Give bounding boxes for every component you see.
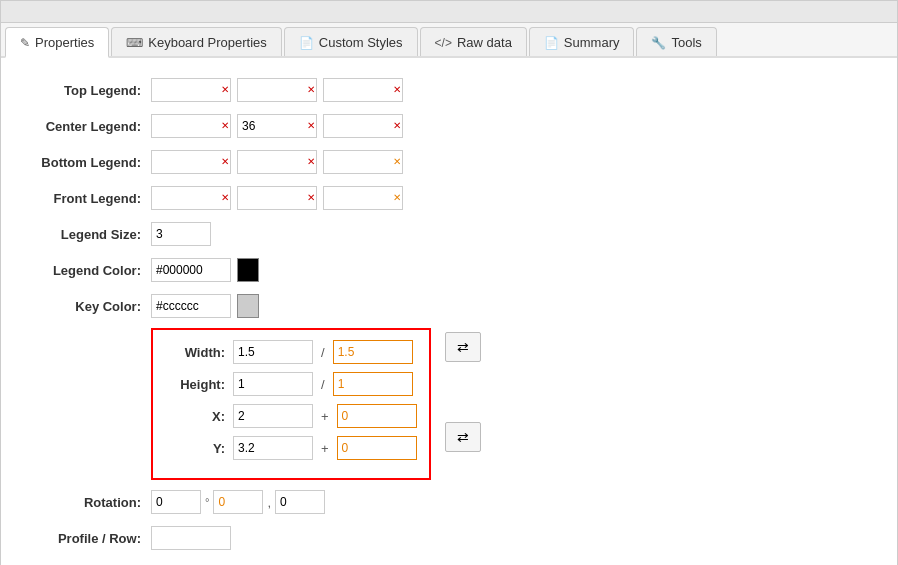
center-legend-x-2[interactable]: ✕ <box>307 121 315 131</box>
front-legend-label: Front Legend: <box>21 191 151 206</box>
legend-size-input[interactable] <box>151 222 211 246</box>
tab-custom-styles-label: Custom Styles <box>319 35 403 50</box>
tab-tools[interactable]: 🔧 Tools <box>636 27 716 56</box>
key-color-swatch[interactable] <box>237 294 259 318</box>
bottom-legend-x-2[interactable]: ✕ <box>307 157 315 167</box>
shuffle-button-2[interactable]: ⇄ <box>445 422 481 452</box>
legend-color-swatch[interactable] <box>237 258 259 282</box>
front-legend-cell-1: ✕ <box>151 186 231 210</box>
front-legend-group: ✕ ✕ ✕ <box>151 186 403 210</box>
front-legend-input-3[interactable] <box>323 186 403 210</box>
x-input-2[interactable] <box>337 404 417 428</box>
center-legend-cell-2: ✕ <box>237 114 317 138</box>
summary-icon: 📄 <box>544 36 559 50</box>
center-legend-input-2[interactable] <box>237 114 317 138</box>
top-legend-row: Top Legend: ✕ ✕ ✕ <box>21 76 877 104</box>
center-legend-group: ✕ ✕ ✕ <box>151 114 403 138</box>
tab-custom-styles[interactable]: 📄 Custom Styles <box>284 27 418 56</box>
titlebar <box>1 1 897 23</box>
y-input-2[interactable] <box>337 436 417 460</box>
front-legend-input-1[interactable] <box>151 186 231 210</box>
legend-color-group <box>151 258 259 282</box>
profile-row: Profile / Row: <box>21 524 877 552</box>
tab-raw-data-label: Raw data <box>457 35 512 50</box>
center-legend-input-3[interactable] <box>323 114 403 138</box>
top-legend-x-3[interactable]: ✕ <box>393 85 401 95</box>
bottom-legend-label: Bottom Legend: <box>21 155 151 170</box>
tab-bar: ✎ Properties ⌨ Keyboard Properties 📄 Cus… <box>1 23 897 58</box>
x-row: X: + <box>165 404 417 428</box>
rotation-row: Rotation: ° , <box>21 488 877 516</box>
top-legend-cell-2: ✕ <box>237 78 317 102</box>
top-legend-cell-3: ✕ <box>323 78 403 102</box>
y-plus: + <box>321 441 329 456</box>
x-label: X: <box>165 409 225 424</box>
tab-summary-label: Summary <box>564 35 620 50</box>
height-row: Height: / <box>165 372 417 396</box>
bottom-legend-x-3[interactable]: ✕ <box>393 157 401 167</box>
properties-icon: ✎ <box>20 36 30 50</box>
rotation-input-2[interactable] <box>213 490 263 514</box>
width-separator: / <box>321 345 325 360</box>
tools-icon: 🔧 <box>651 36 666 50</box>
height-separator: / <box>321 377 325 392</box>
bottom-legend-cell-3: ✕ <box>323 150 403 174</box>
width-input-1[interactable] <box>233 340 313 364</box>
legend-color-input[interactable] <box>151 258 231 282</box>
dimensions-box: Width: / Height: / <box>151 328 431 480</box>
bottom-legend-x-1[interactable]: ✕ <box>221 157 229 167</box>
x-input-1[interactable] <box>233 404 313 428</box>
width-row: Width: / <box>165 340 417 364</box>
bottom-legend-group: ✕ ✕ ✕ <box>151 150 403 174</box>
height-input-1[interactable] <box>233 372 313 396</box>
legend-color-label: Legend Color: <box>21 263 151 278</box>
key-color-input[interactable] <box>151 294 231 318</box>
shuffle-button-1[interactable]: ⇄ <box>445 332 481 362</box>
center-legend-cell-1: ✕ <box>151 114 231 138</box>
bottom-legend-input-2[interactable] <box>237 150 317 174</box>
profile-row-input[interactable] <box>151 526 231 550</box>
height-label: Height: <box>165 377 225 392</box>
top-legend-input-2[interactable] <box>237 78 317 102</box>
top-legend-input-1[interactable] <box>151 78 231 102</box>
tab-tools-label: Tools <box>671 35 701 50</box>
bottom-legend-input-3[interactable] <box>323 150 403 174</box>
top-legend-group: ✕ ✕ ✕ <box>151 78 403 102</box>
front-legend-x-1[interactable]: ✕ <box>221 193 229 203</box>
bottom-legend-row: Bottom Legend: ✕ ✕ ✕ <box>21 148 877 176</box>
tab-keyboard-properties[interactable]: ⌨ Keyboard Properties <box>111 27 282 56</box>
rotation-group: ° , <box>151 490 325 514</box>
top-legend-x-1[interactable]: ✕ <box>221 85 229 95</box>
front-legend-cell-2: ✕ <box>237 186 317 210</box>
height-input-2[interactable] <box>333 372 413 396</box>
front-legend-input-2[interactable] <box>237 186 317 210</box>
y-input-1[interactable] <box>233 436 313 460</box>
center-legend-row: Center Legend: ✕ ✕ ✕ <box>21 112 877 140</box>
key-color-row: Key Color: <box>21 292 877 320</box>
front-legend-x-2[interactable]: ✕ <box>307 193 315 203</box>
top-legend-x-2[interactable]: ✕ <box>307 85 315 95</box>
rotation-comma: , <box>267 495 271 510</box>
center-legend-x-3[interactable]: ✕ <box>393 121 401 131</box>
center-legend-input-1[interactable] <box>151 114 231 138</box>
tab-summary[interactable]: 📄 Summary <box>529 27 635 56</box>
bottom-legend-input-1[interactable] <box>151 150 231 174</box>
rotation-label: Rotation: <box>21 495 151 510</box>
front-legend-x-3[interactable]: ✕ <box>393 193 401 203</box>
rotation-input-1[interactable] <box>151 490 201 514</box>
key-color-label: Key Color: <box>21 299 151 314</box>
tab-properties[interactable]: ✎ Properties <box>5 27 109 58</box>
front-legend-row: Front Legend: ✕ ✕ ✕ <box>21 184 877 212</box>
center-legend-x-1[interactable]: ✕ <box>221 121 229 131</box>
key-color-group <box>151 294 259 318</box>
tab-properties-label: Properties <box>35 35 94 50</box>
front-legend-cell-3: ✕ <box>323 186 403 210</box>
top-legend-input-3[interactable] <box>323 78 403 102</box>
rotation-input-3[interactable] <box>275 490 325 514</box>
center-legend-cell-3: ✕ <box>323 114 403 138</box>
content-area: Top Legend: ✕ ✕ ✕ <box>1 58 897 565</box>
tab-raw-data[interactable]: </> Raw data <box>420 27 527 56</box>
y-row: Y: + <box>165 436 417 460</box>
y-label: Y: <box>165 441 225 456</box>
width-input-2[interactable] <box>333 340 413 364</box>
